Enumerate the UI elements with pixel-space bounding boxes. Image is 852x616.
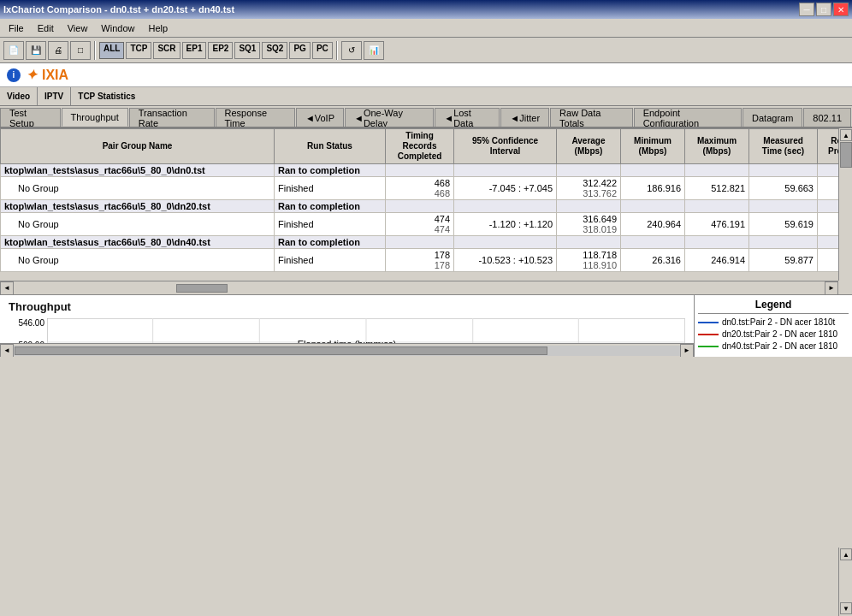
confidence-6: -10.523 : +10.523 xyxy=(454,249,557,272)
legend-color-dn0 xyxy=(698,322,719,323)
brand-name: IXIA xyxy=(42,68,68,83)
precision-1 xyxy=(818,164,839,177)
tab-endpoint-config[interactable]: Endpoint Configuration xyxy=(634,108,742,127)
chart-button[interactable]: 📊 xyxy=(364,41,384,60)
separator-2 xyxy=(336,41,338,60)
filter-sq1[interactable]: SQ1 xyxy=(234,42,260,59)
h-scroll-track xyxy=(14,283,825,293)
tab-response-time[interactable]: Response Time xyxy=(216,108,295,127)
logo-bar: i ✦ IXIA xyxy=(0,63,852,87)
file-path-1: ktop\wlan_tests\asus_rtac66u\5_80_0\dn0.… xyxy=(1,164,275,177)
data-table-container: Pair Group Name Run Status Timing Record… xyxy=(0,128,852,295)
average-2: 312.422 313.762 xyxy=(557,177,621,200)
precision-6: 8.849 xyxy=(818,249,839,272)
timing-3 xyxy=(386,200,454,213)
menu-view[interactable]: View xyxy=(61,21,95,35)
new-button[interactable]: 📄 xyxy=(3,41,24,60)
legend-item-dn0: dn0.tst:Pair 2 - DN acer 1810t xyxy=(698,317,849,327)
tab-row: Test Setup Throughput Transaction Rate R… xyxy=(0,106,852,128)
menu-help[interactable]: Help xyxy=(141,21,175,35)
tab-throughput[interactable]: Throughput xyxy=(62,108,128,127)
average-4: 316.649 318.019 xyxy=(557,213,621,236)
run-status-3: Ran to completion xyxy=(275,200,386,213)
refresh-button[interactable]: ↺ xyxy=(341,41,362,60)
toolbar-btn-4[interactable]: □ xyxy=(70,41,91,60)
filter-pc[interactable]: PC xyxy=(312,42,333,59)
confidence-2: -7.045 : +7.045 xyxy=(454,177,557,200)
precision-2: 2.245 xyxy=(818,177,839,200)
h-scrollbar-table[interactable]: ◄ ► xyxy=(0,281,838,294)
tab-80211[interactable]: 802.11 xyxy=(803,108,851,127)
table-row: No Group Finished 468 468 -7.045 : +7.04… xyxy=(1,177,839,200)
minimum-1 xyxy=(621,164,685,177)
scroll-up-button[interactable]: ▲ xyxy=(840,129,852,141)
precision-4: 0.352 xyxy=(818,213,839,236)
run-status-6: Finished xyxy=(275,249,386,272)
header-minimum: Minimum (Mbps) xyxy=(621,129,685,164)
filter-tcp[interactable]: TCP xyxy=(126,42,151,59)
table-row: ktop\wlan_tests\asus_rtac66u\5_80_0\dn20… xyxy=(1,200,839,213)
scroll-thumb[interactable] xyxy=(840,142,852,168)
tab-transaction-rate[interactable]: Transaction Rate xyxy=(129,108,215,127)
timing-1 xyxy=(386,164,454,177)
ixia-logo: ✦ xyxy=(26,67,37,83)
tab-jitter[interactable]: ◄ Jitter xyxy=(500,108,549,127)
close-button[interactable]: ✕ xyxy=(833,3,849,16)
chart-scroll-left[interactable]: ◄ xyxy=(0,344,14,358)
table-row: No Group Finished 474 474 -1.120 : +1.12… xyxy=(1,213,839,236)
chart-scroll-thumb[interactable] xyxy=(15,346,547,355)
tab-lost-data[interactable]: ◄ Lost Data xyxy=(435,108,500,127)
measured-6: 59.877 xyxy=(749,249,818,272)
legend-item-dn20: dn20.tst:Pair 2 - DN acer 1810 xyxy=(698,329,849,339)
chart-scroll-right[interactable]: ► xyxy=(680,344,694,358)
tab-one-way-delay[interactable]: ◄ One-Way Delay xyxy=(345,108,434,127)
section-tabs: Video IPTV TCP Statistics xyxy=(0,87,852,106)
menu-window[interactable]: Window xyxy=(94,21,141,35)
filter-ep2[interactable]: EP2 xyxy=(208,42,233,59)
save-button[interactable]: 💾 xyxy=(26,41,46,60)
minimum-4: 240.964 xyxy=(621,213,685,236)
filter-all[interactable]: ALL xyxy=(99,42,124,59)
minimum-5 xyxy=(621,236,685,249)
header-measured-time: Measured Time (sec) xyxy=(749,129,818,164)
maximize-button[interactable]: □ xyxy=(816,3,831,16)
timing-2: 468 468 xyxy=(386,177,454,200)
table-row: ktop\wlan_tests\asus_rtac66u\5_80_0\dn0.… xyxy=(1,164,839,177)
tab-voip[interactable]: ◄ VoIP xyxy=(296,108,344,127)
measured-2: 59.663 xyxy=(749,177,818,200)
filter-sq2[interactable]: SQ2 xyxy=(262,42,287,59)
chart-h-scrollbar[interactable]: ◄ ► xyxy=(0,343,694,357)
filter-scr[interactable]: SCR xyxy=(153,42,180,59)
results-table: Pair Group Name Run Status Timing Record… xyxy=(0,128,838,272)
legend-label-dn40: dn40.tst:Pair 2 - DN acer 1810 xyxy=(722,341,837,351)
h-scroll-thumb[interactable] xyxy=(176,284,228,293)
h-scroll-right-btn[interactable]: ► xyxy=(825,281,838,295)
average-6: 118.718 118.910 xyxy=(557,249,621,272)
maximum-2: 512.821 xyxy=(685,177,749,200)
confidence-4: -1.120 : +1.120 xyxy=(454,213,557,236)
timing-4: 474 474 xyxy=(386,213,454,236)
measured-1 xyxy=(749,164,818,177)
vertical-scrollbar[interactable]: ▲ xyxy=(838,128,852,281)
legend-panel: Legend dn0.tst:Pair 2 - DN acer 1810t dn… xyxy=(694,295,852,357)
minimum-2: 186.916 xyxy=(621,177,685,200)
filter-pg[interactable]: PG xyxy=(289,42,310,59)
group-name-4: No Group xyxy=(1,213,275,236)
menu-file[interactable]: File xyxy=(2,21,31,35)
tab-test-setup[interactable]: Test Setup xyxy=(0,108,61,127)
measured-5 xyxy=(749,236,818,249)
file-path-3: ktop\wlan_tests\asus_rtac66u\5_80_0\dn20… xyxy=(1,200,275,213)
precision-3 xyxy=(818,200,839,213)
y-label-546: 546.00 xyxy=(2,318,44,328)
tab-raw-data[interactable]: Raw Data Totals xyxy=(550,108,633,127)
h-scroll-left-btn[interactable]: ◄ xyxy=(0,281,14,295)
menu-edit[interactable]: Edit xyxy=(31,21,61,35)
minimize-button[interactable]: ─ xyxy=(799,3,814,16)
print-button[interactable]: 🖨 xyxy=(48,41,68,60)
header-maximum: Maximum (Mbps) xyxy=(685,129,749,164)
filter-ep1[interactable]: EP1 xyxy=(182,42,207,59)
separator-1 xyxy=(94,41,96,60)
tab-datagram[interactable]: Datagram xyxy=(743,108,802,127)
confidence-5 xyxy=(454,236,557,249)
confidence-3 xyxy=(454,200,557,213)
